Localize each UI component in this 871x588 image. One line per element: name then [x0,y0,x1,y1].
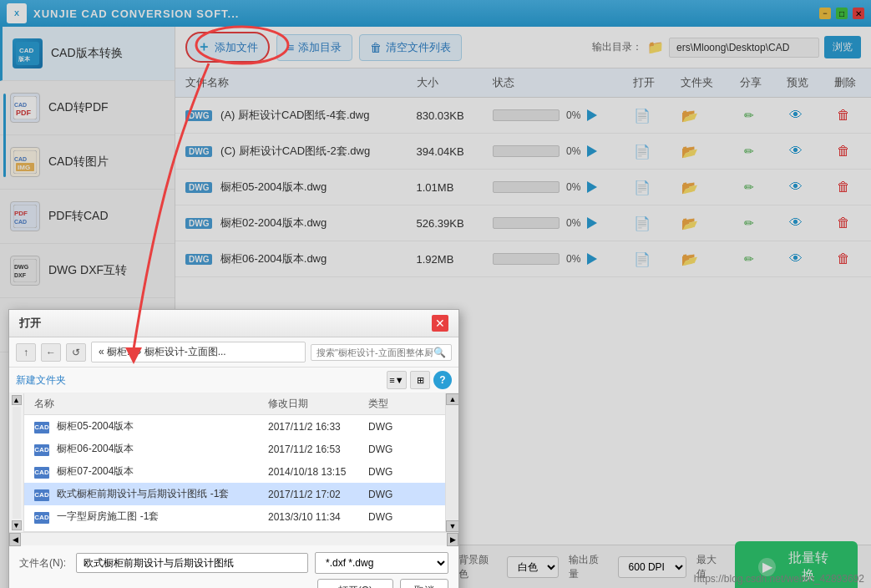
dialog-file-date: 2017/11/2 16:53 [268,444,368,455]
horizontal-scrollbar: ◀ ▶ [9,532,458,545]
dialog-open-button[interactable]: 打开(O) [317,579,393,588]
cad-file-icon: CAD [34,444,49,456]
dialog-file-name: CAD 橱柜05-2004版本 [34,419,268,433]
dialog-file-date: 2017/11/2 16:33 [268,421,368,433]
dialog-action-buttons: 打开(O) 取消 [19,579,448,588]
col-type: 类型 [368,397,435,411]
search-icon[interactable]: 🔍 [433,347,446,358]
dialog-file-date: 2013/3/10 11:34 [268,511,368,523]
filename-row: 文件名(N): *.dxf *.dwg [19,552,448,574]
dialog-file-type: DWG [368,421,435,433]
dialog-file-header: 名称 修改日期 类型 [24,393,445,415]
dialog-file-date: 2017/11/2 17:02 [268,489,368,500]
scrollbar-down[interactable]: ▼ [446,520,459,532]
cad-file-icon: CAD [34,489,49,501]
dialog-file-name: CAD 一字型厨房施工图 -1套 [34,509,268,524]
dialog-list-item[interactable]: CAD 一字型厨房施工图 -1套 2013/3/10 11:34 DWG [24,505,445,528]
dialog-file-list: CAD 橱柜05-2004版本 2017/11/2 16:33 DWG CAD … [24,415,445,532]
right-scrollbar: ▲ ▼ [445,393,458,532]
dialog-file-area: ▲ ▼ 名称 修改日期 类型 CAD 橱柜05-2004版本 2017/11/2… [9,393,458,532]
dialog-file-type: DWG [368,489,435,500]
scroll-down-small[interactable]: ▼ [12,520,22,530]
dialog-file-type: DWG [368,511,435,523]
scrollbar-left[interactable]: ◀ [9,533,21,546]
cad-file-icon: CAD [34,467,49,479]
dialog-nav: ↑ ← ↺ « 橱柜... › 橱柜设计-立面图... 🔍 [9,337,458,368]
view-list-button[interactable]: ≡▼ [387,371,407,389]
view-buttons: ≡▼ ⊞ ? [387,371,452,389]
help-button[interactable]: ? [433,371,452,389]
dialog-file-type: DWG [368,444,435,455]
dialog-list-item[interactable]: CAD 橱柜07-2004版本 2014/10/18 13:15 DWG [24,460,445,483]
scrollbar-right[interactable]: ▶ [447,533,458,546]
dialog-toolbar2: 新建文件夹 ≡▼ ⊞ ? [9,368,458,393]
view-grid-button[interactable]: ⊞ [410,371,430,389]
dialog-cancel-button[interactable]: 取消 [400,579,448,588]
left-scroll-area: ▲ ▼ [9,393,24,532]
nav-refresh-button[interactable]: ↺ [66,343,86,362]
dialog-file-name: CAD 橱柜07-2004版本 [34,464,268,479]
dialog-list-item[interactable]: CAD 欧式橱柜前期设计与后期设计图纸 -1套 2017/11/2 17:02 … [24,483,445,505]
filename-label: 文件名(N): [19,556,69,570]
search-input[interactable] [316,347,433,357]
scrollbar-track [446,405,458,520]
col-date: 修改日期 [268,397,368,411]
nav-back-button[interactable]: ← [41,343,61,362]
dialog-file-name: CAD 欧式橱柜前期设计与后期设计图纸 -1套 [34,487,268,501]
filename-input[interactable] [76,553,308,573]
dialog-file-date: 2014/10/18 13:15 [268,466,368,478]
scroll-track [13,407,21,519]
dialog-title: 打开 [19,316,41,331]
search-box: 🔍 [311,344,452,361]
breadcrumb-path[interactable]: « 橱柜... › 橱柜设计-立面图... [91,342,306,362]
cad-file-icon: CAD [34,422,49,433]
app-window: X XUNJIE CAD CONVERSION SOFT... － □ ✕ CA… [0,0,871,588]
scrollbar-up[interactable]: ▲ [446,393,459,405]
filetype-select[interactable]: *.dxf *.dwg [315,552,448,574]
dialog-list-item[interactable]: CAD 橱柜05-2004版本 2017/11/2 16:33 DWG [24,415,445,438]
dialog-list-item[interactable]: CAD 橱柜06-2004版本 2017/11/2 16:53 DWG [24,438,445,460]
scroll-up-small[interactable]: ▲ [12,395,22,405]
new-folder-button[interactable]: 新建文件夹 [16,373,66,388]
cad-file-icon: CAD [34,512,49,524]
col-name: 名称 [34,397,268,411]
dialog-titlebar: 打开 ✕ [9,310,458,337]
dialog-overlay: 打开 ✕ ↑ ← ↺ « 橱柜... › 橱柜设计-立面图... 🔍 新建文件夹… [0,0,871,588]
dialog-file-list-wrapper: 名称 修改日期 类型 CAD 橱柜05-2004版本 2017/11/2 16:… [24,393,445,532]
file-dialog: 打开 ✕ ↑ ← ↺ « 橱柜... › 橱柜设计-立面图... 🔍 新建文件夹… [8,309,459,588]
dialog-bottom: 文件名(N): *.dxf *.dwg 打开(O) 取消 [9,545,458,588]
dialog-close-button[interactable]: ✕ [432,315,448,332]
dialog-file-type: DWG [368,466,435,478]
nav-up-button[interactable]: ↑ [16,343,36,362]
dialog-file-name: CAD 橱柜06-2004版本 [34,442,268,456]
